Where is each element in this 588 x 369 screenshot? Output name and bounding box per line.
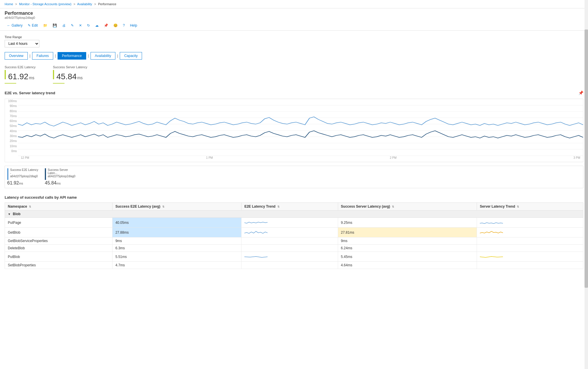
sparkline-server-getblob xyxy=(480,229,503,235)
y-label-10: 10ms xyxy=(5,145,17,148)
y-label-20: 20ms xyxy=(5,139,17,143)
cell-server-getblobservice: 9ms xyxy=(338,237,477,245)
legend-e2e-header: Success E2E Latency - a64d1f75plosp2dlag… xyxy=(7,168,39,180)
cell-namespace-getblobservice: GetBlobServiceProperties xyxy=(5,237,113,245)
cell-e2e-putblob: 5.51ms xyxy=(112,252,241,262)
folder-button[interactable]: 📁 xyxy=(41,22,50,29)
metric-server-unit: ms xyxy=(77,75,83,80)
metric-server-bar xyxy=(53,70,54,79)
tabs-section: Overview | Failures | Performance | Avai… xyxy=(5,52,583,60)
main-content: Time Range Last 4 hours Last 1 hour Last… xyxy=(0,31,588,368)
time-range-select[interactable]: Last 4 hours Last 1 hour Last 12 hours L… xyxy=(5,40,39,47)
tab-availability[interactable]: Availability xyxy=(91,52,115,60)
col-e2e-sort: ⇅ xyxy=(162,205,165,208)
col-server-trend-label: Server Latency Trend xyxy=(480,204,515,209)
y-label-100: 100ms xyxy=(5,99,17,103)
refresh-button[interactable]: ↻ xyxy=(85,22,92,29)
emoji-button[interactable]: 😊 xyxy=(111,22,120,29)
tab-overview[interactable]: Overview xyxy=(5,52,28,60)
pin-icon: 📌 xyxy=(104,23,108,27)
pin-button[interactable]: 📌 xyxy=(102,22,110,29)
print-button[interactable]: 🖨 xyxy=(60,22,68,29)
metrics-row: Success E2E Latency 61.92 ms Success Ser… xyxy=(5,65,583,84)
breadcrumb-availability[interactable]: Availability xyxy=(77,2,92,6)
cell-server-trend-getblob xyxy=(477,228,583,237)
sparkline-e2e-putblob xyxy=(244,253,268,259)
legend-server-text: Success Server Laten... a64d1f75plosp2dl… xyxy=(48,168,77,178)
cell-server-trend-deleteblob xyxy=(477,245,583,252)
sparkline-e2e-putpage xyxy=(244,219,268,225)
save-button[interactable]: 💾 xyxy=(50,22,59,29)
col-namespace[interactable]: Namespace ⇅ xyxy=(5,203,113,211)
cloud-button[interactable]: ☁ xyxy=(93,22,101,29)
sparkline-server-putblob xyxy=(480,253,503,259)
legend-server-number: 45.84 xyxy=(45,180,56,185)
help-button[interactable]: Help xyxy=(128,22,139,29)
chart-section: E2E vs. Server latency trend 📌 100ms 90m… xyxy=(5,91,583,188)
scrollbar-thumb[interactable] xyxy=(585,29,588,288)
col-server-latency[interactable]: Success Server Latency (avg) ⇅ xyxy=(338,203,477,211)
chart-legend: Success E2E Latency - a64d1f75plosp2dlag… xyxy=(5,166,583,188)
cell-server-getblob: 27.81ms xyxy=(338,228,477,237)
breadcrumb-monitor[interactable]: Monitor - Storage Accounts (preview) xyxy=(19,2,71,6)
page-header: Performance a64d1f75plosp2dlag0 xyxy=(0,8,588,21)
cell-server-putpage: 9.25ms xyxy=(338,218,477,228)
chart-title-text: E2E vs. Server latency trend xyxy=(5,91,55,95)
metric-e2e-underline xyxy=(5,83,16,84)
refresh-icon: ↻ xyxy=(87,23,90,27)
col-server-trend[interactable]: Server Latency Trend ⇅ xyxy=(477,203,583,211)
legend-server-value: 45.84ms xyxy=(45,180,77,186)
pencil-icon: ✎ xyxy=(71,23,74,27)
y-label-0: 0ms xyxy=(5,150,17,153)
chart-title: E2E vs. Server latency trend 📌 xyxy=(5,91,583,95)
y-label-60: 60ms xyxy=(5,119,17,123)
cell-e2e-trend-setblobprops xyxy=(241,262,338,269)
col-e2e-trend-label: E2E Latency Trend xyxy=(244,204,275,209)
legend-server-header: Success Server Laten... a64d1f75plosp2dl… xyxy=(45,168,77,180)
cell-server-trend-putpage xyxy=(477,218,583,228)
cell-server-trend-putblob xyxy=(477,252,583,262)
chart-pin-icon[interactable]: 📌 xyxy=(578,91,583,95)
tab-capacity[interactable]: Capacity xyxy=(120,52,142,60)
folder-icon: 📁 xyxy=(43,23,47,27)
tab-failures[interactable]: Failures xyxy=(32,52,53,60)
close-button[interactable]: ✕ xyxy=(77,22,84,29)
col-e2e-latency[interactable]: Success E2E Latency (avg) ⇅ xyxy=(112,203,241,211)
table-body: ▼ Blob PutPage 40.05ms 9.25ms xyxy=(5,211,583,269)
edit-icon: ✎ xyxy=(28,23,31,27)
metric-server-label: Success Server Latency xyxy=(53,65,87,69)
pencil-button[interactable]: ✎ xyxy=(69,22,76,29)
metric-e2e-label: Success E2E Latency xyxy=(5,65,36,69)
cell-e2e-trend-putpage xyxy=(241,218,338,228)
legend-e2e-value: 61.92ms xyxy=(7,180,39,186)
table-row: PutBlob 5.51ms 5.45ms xyxy=(5,252,583,262)
col-server-sort: ⇅ xyxy=(392,205,394,208)
gallery-button[interactable]: ← Gallery xyxy=(5,22,25,29)
cell-namespace-putpage: PutPage xyxy=(5,218,113,228)
page-subtitle: a64d1f75plosp2dlag0 xyxy=(5,16,583,19)
metric-e2e-bar xyxy=(5,70,6,79)
y-label-70: 70ms xyxy=(5,115,17,118)
metric-e2e-unit: ms xyxy=(29,75,34,80)
legend-e2e-number: 61.92 xyxy=(7,180,19,185)
breadcrumb-home[interactable]: Home xyxy=(5,2,13,6)
y-label-40: 40ms xyxy=(5,130,17,133)
legend-e2e-text: Success E2E Latency - a64d1f75plosp2dlag… xyxy=(10,168,39,178)
metric-server-underline xyxy=(53,83,64,84)
group-blob-label: ▼ Blob xyxy=(5,211,583,218)
cloud-icon: ☁ xyxy=(95,23,99,27)
metric-e2e-latency: Success E2E Latency 61.92 ms xyxy=(5,65,36,84)
cell-server-deleteblob: 6.24ms xyxy=(338,245,477,252)
edit-button[interactable]: ✎ Edit xyxy=(25,22,40,29)
group-expand-icon[interactable]: ▼ xyxy=(8,213,11,216)
time-range-label: Time Range xyxy=(5,35,583,39)
cell-namespace-setblobprops: SetBlobProperties xyxy=(5,262,113,269)
table-row: PutPage 40.05ms 9.25ms xyxy=(5,218,583,228)
col-e2e-trend-sort: ⇅ xyxy=(277,205,280,208)
tab-performance[interactable]: Performance xyxy=(58,52,86,60)
y-label-50: 50ms xyxy=(5,124,17,128)
question-button[interactable]: ? xyxy=(121,22,127,29)
col-e2e-trend[interactable]: E2E Latency Trend ⇅ xyxy=(241,203,338,211)
legend-e2e-color xyxy=(7,168,8,180)
legend-e2e: Success E2E Latency - a64d1f75plosp2dlag… xyxy=(7,168,39,186)
